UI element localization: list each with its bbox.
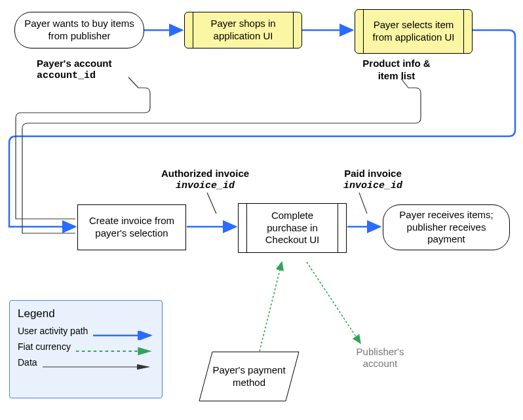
legend-fiat-label: Fiat currency [18, 341, 71, 352]
legend-title: Legend [18, 307, 154, 320]
start-node: Payer wants to buy items from publisher [14, 12, 144, 48]
paid-annotation-label: Paid invoice [324, 168, 422, 180]
payment-method-label-wrap: Payer's payment method [204, 354, 294, 400]
authorized-annotation-code: invoice_id [143, 180, 267, 193]
invoice-node-label: Create invoice from payer's selection [83, 215, 180, 240]
legend-row-data: Data [18, 357, 154, 368]
paid-annotation-code: invoice_id [324, 180, 422, 193]
legend-row-fiat: Fiat currency [18, 341, 154, 352]
account-annotation: Payer's account account_id [37, 58, 155, 83]
checkout-node-label: Complete purchase in Checkout UI [251, 210, 334, 246]
product-annotation-line2: item list [341, 70, 452, 83]
authorized-annotation: Authorized invoice invoice_id [143, 168, 267, 193]
shop-node: Payer shops in application UI [184, 12, 302, 48]
end-node: Payer receives items; publisher receives… [383, 204, 510, 250]
shop-node-label: Payer shops in application UI [197, 18, 289, 43]
start-node-label: Payer wants to buy items from publisher [20, 18, 138, 43]
payment-method-label: Payer's payment method [204, 364, 294, 389]
svg-line-9 [307, 262, 360, 343]
svg-line-6 [207, 193, 216, 214]
flowchart-stage: Payer wants to buy items from publisher … [0, 0, 523, 420]
svg-line-7 [359, 193, 367, 214]
invoice-node: Create invoice from payer's selection [77, 204, 186, 250]
end-node-label: Payer receives items; publisher receives… [389, 209, 504, 246]
paid-annotation: Paid invoice invoice_id [324, 168, 422, 193]
publisher-account-label: Publisher's account [341, 346, 419, 370]
legend: Legend User activity path Fiat currency … [9, 300, 163, 398]
authorized-annotation-label: Authorized invoice [143, 168, 267, 180]
product-annotation: Product info & item list [341, 58, 452, 83]
legend-data-label: Data [18, 357, 37, 368]
legend-activity-label: User activity path [18, 326, 88, 336]
select-node-label: Payer selects item from application UI [368, 19, 459, 44]
account-annotation-label: Payer's account [37, 58, 155, 70]
legend-row-activity: User activity path [18, 326, 154, 336]
checkout-node: Complete purchase in Checkout UI [238, 203, 347, 253]
svg-line-8 [260, 262, 282, 351]
select-node: Payer selects item from application UI [355, 9, 473, 54]
account-annotation-code: account_id [37, 70, 155, 83]
product-annotation-line1: Product info & [341, 58, 452, 70]
